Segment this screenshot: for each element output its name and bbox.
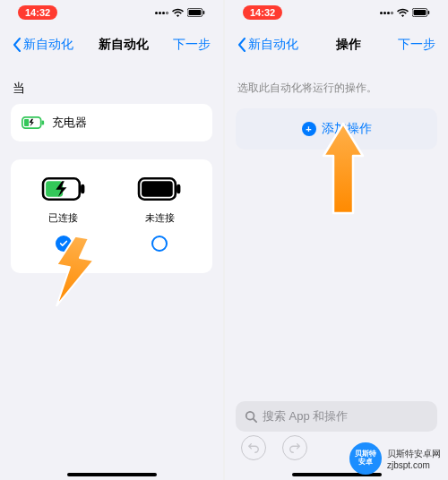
svg-rect-14 bbox=[428, 11, 430, 14]
plus-icon: + bbox=[302, 122, 316, 136]
add-action-button[interactable]: + 添加操作 bbox=[236, 108, 437, 150]
add-action-label: 添加操作 bbox=[322, 121, 372, 137]
charger-icon bbox=[22, 116, 45, 129]
home-indicator[interactable] bbox=[67, 473, 157, 476]
search-input[interactable]: 搜索 App 和操作 bbox=[236, 401, 437, 432]
battery-icon bbox=[187, 8, 205, 17]
nav-back-label: 新自动化 bbox=[248, 37, 298, 53]
status-icons bbox=[155, 8, 205, 17]
watermark-line1: 贝斯特安卓网 bbox=[387, 448, 441, 460]
nav-title: 操作 bbox=[336, 37, 361, 53]
svg-rect-4 bbox=[24, 119, 29, 126]
radio-unchecked-icon bbox=[151, 236, 168, 252]
radio-checked-icon bbox=[56, 236, 72, 252]
watermark-line2: zjbspt.com bbox=[387, 460, 441, 470]
svg-line-16 bbox=[254, 419, 257, 423]
wifi-icon bbox=[397, 8, 409, 17]
nav-next-button[interactable]: 下一步 bbox=[398, 37, 435, 53]
undo-button[interactable] bbox=[241, 435, 266, 460]
signal-icon bbox=[380, 12, 393, 14]
search-placeholder: 搜索 App 和操作 bbox=[263, 408, 348, 424]
signal-icon bbox=[155, 12, 168, 14]
nav-bar: 新自动化 新自动化 下一步 bbox=[0, 25, 223, 64]
nav-next-button[interactable]: 下一步 bbox=[173, 37, 211, 53]
nav-bar: 新自动化 操作 下一步 bbox=[225, 25, 448, 64]
section-hint: 选取此自动化将运行的操作。 bbox=[236, 81, 437, 96]
battery-icon bbox=[412, 8, 430, 17]
svg-rect-1 bbox=[189, 10, 202, 15]
search-icon bbox=[245, 410, 257, 423]
status-time-badge: 14:32 bbox=[243, 5, 282, 20]
nav-back-button[interactable]: 新自动化 bbox=[237, 37, 298, 53]
phone-left: 14:32 新自动化 新自动化 下一步 bbox=[0, 0, 223, 480]
status-bar: 14:32 bbox=[0, 0, 223, 25]
trigger-label: 充电器 bbox=[52, 115, 87, 131]
nav-title: 新自动化 bbox=[99, 37, 149, 53]
battery-charging-icon bbox=[41, 177, 86, 201]
option-connected[interactable]: 已连接 bbox=[20, 177, 108, 252]
battery-full-icon bbox=[137, 177, 182, 201]
status-bar: 14:32 bbox=[225, 0, 448, 25]
condition-card: 已连接 未连接 bbox=[11, 159, 212, 273]
phone-right: 14:32 新自动化 操作 下一步 bbox=[225, 0, 448, 480]
svg-rect-2 bbox=[203, 11, 205, 14]
option-disconnected-label: 未连接 bbox=[145, 211, 175, 225]
svg-rect-11 bbox=[177, 184, 180, 193]
chevron-left-icon bbox=[13, 38, 22, 52]
option-disconnected[interactable]: 未连接 bbox=[116, 177, 204, 252]
nav-back-label: 新自动化 bbox=[23, 37, 73, 53]
status-time-badge: 14:32 bbox=[18, 5, 57, 20]
section-label: 当 bbox=[11, 81, 212, 97]
nav-back-button[interactable]: 新自动化 bbox=[13, 37, 73, 53]
trigger-card[interactable]: 充电器 bbox=[11, 104, 212, 141]
svg-rect-10 bbox=[142, 181, 173, 196]
svg-rect-8 bbox=[81, 184, 84, 193]
watermark-badge: 贝斯特 安卓 bbox=[349, 442, 382, 475]
chevron-left-icon bbox=[237, 38, 246, 52]
svg-rect-5 bbox=[42, 120, 45, 124]
option-connected-label: 已连接 bbox=[48, 211, 78, 225]
status-icons bbox=[380, 8, 430, 17]
wifi-icon bbox=[172, 8, 184, 17]
watermark: 贝斯特 安卓 贝斯特安卓网 zjbspt.com bbox=[349, 442, 441, 475]
redo-button[interactable] bbox=[282, 435, 307, 460]
svg-rect-13 bbox=[414, 10, 426, 15]
